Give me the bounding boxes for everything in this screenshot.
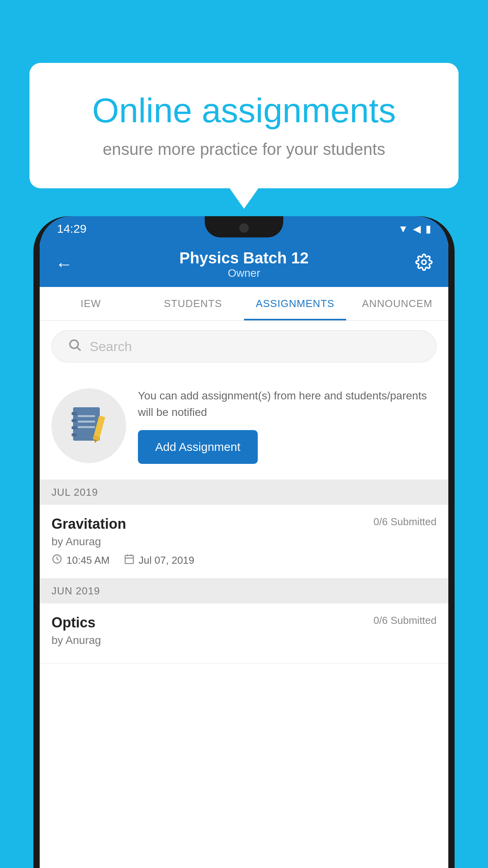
svg-point-0 xyxy=(422,260,426,265)
assignment-status-optics: 0/6 Submitted xyxy=(374,614,437,627)
clock-icon xyxy=(51,554,62,567)
assignment-time-text: 10:45 AM xyxy=(66,554,110,566)
phone-notch xyxy=(205,216,283,237)
wifi-icon: ▼ xyxy=(398,223,408,235)
svg-rect-10 xyxy=(78,426,95,428)
svg-rect-7 xyxy=(72,433,77,436)
app-screen: ← Physics Batch 12 Owner IEW xyxy=(40,241,448,868)
settings-icon[interactable] xyxy=(415,254,433,275)
assignment-item-optics[interactable]: Optics 0/6 Submitted by Anurag xyxy=(40,603,448,664)
assignment-row1-optics: Optics 0/6 Submitted xyxy=(51,614,437,631)
promo-icon-circle xyxy=(51,388,126,463)
search-placeholder: Search xyxy=(90,339,132,354)
month-divider-jun: JUN 2019 xyxy=(40,579,448,603)
assignment-date-gravitation: Jul 07, 2019 xyxy=(124,554,194,567)
search-icon xyxy=(68,338,82,355)
assignment-title-gravitation: Gravitation xyxy=(51,516,126,532)
assignment-status-gravitation: 0/6 Submitted xyxy=(374,516,437,528)
tab-assignments[interactable]: ASSIGNMENTS xyxy=(244,287,346,320)
header-center: Physics Batch 12 Owner xyxy=(179,249,308,280)
svg-rect-6 xyxy=(72,426,77,429)
bubble-title: Online assignments xyxy=(61,90,427,131)
header-title: Physics Batch 12 xyxy=(179,249,308,267)
back-button[interactable]: ← xyxy=(55,254,73,274)
tabs-bar: IEW STUDENTS ASSIGNMENTS ANNOUNCEM xyxy=(40,287,448,321)
battery-icon: ▮ xyxy=(426,223,431,235)
svg-rect-15 xyxy=(125,555,133,564)
tab-iew[interactable]: IEW xyxy=(40,287,142,320)
promo-right: You can add assignment(s) from here and … xyxy=(138,388,437,464)
month-divider-jul: JUL 2019 xyxy=(40,480,448,505)
search-container: Search xyxy=(40,321,448,372)
svg-rect-4 xyxy=(72,412,77,415)
header-subtitle: Owner xyxy=(179,267,308,280)
assignment-meta-gravitation: 10:45 AM Jul 07, 2019 xyxy=(51,554,437,567)
notebook-icon xyxy=(69,404,108,447)
app-header: ← Physics Batch 12 Owner xyxy=(40,241,448,287)
assignment-author-gravitation: by Anurag xyxy=(51,535,437,548)
svg-rect-5 xyxy=(72,419,77,422)
speech-bubble-container: Online assignments ensure more practice … xyxy=(29,63,459,188)
svg-point-1 xyxy=(70,340,78,348)
calendar-icon xyxy=(124,554,135,567)
promo-section: You can add assignment(s) from here and … xyxy=(40,372,448,480)
status-icons: ▼ ◀ ▮ xyxy=(398,223,431,235)
search-bar[interactable]: Search xyxy=(51,330,437,362)
assignment-row1: Gravitation 0/6 Submitted xyxy=(51,516,437,532)
svg-rect-8 xyxy=(78,415,95,417)
status-time: 14:29 xyxy=(57,222,86,235)
assignment-item-gravitation[interactable]: Gravitation 0/6 Submitted by Anurag 10:4… xyxy=(40,505,448,579)
assignment-time-gravitation: 10:45 AM xyxy=(51,554,110,567)
notch-camera xyxy=(239,223,249,233)
assignment-author-optics: by Anurag xyxy=(51,634,437,647)
phone-frame: 14:29 ▼ ◀ ▮ ← Physics Batch 12 Owner xyxy=(33,216,455,868)
promo-text: You can add assignment(s) from here and … xyxy=(138,388,437,421)
signal-icon: ◀ xyxy=(413,223,421,235)
bubble-subtitle: ensure more practice for your students xyxy=(61,140,427,159)
svg-rect-9 xyxy=(78,421,95,423)
svg-line-2 xyxy=(77,347,81,350)
add-assignment-button[interactable]: Add Assignment xyxy=(138,430,258,464)
tab-announcements[interactable]: ANNOUNCEM xyxy=(346,287,448,320)
phone-inner: 14:29 ▼ ◀ ▮ ← Physics Batch 12 Owner xyxy=(40,216,448,868)
speech-bubble: Online assignments ensure more practice … xyxy=(29,63,459,188)
tab-students[interactable]: STUDENTS xyxy=(142,287,244,320)
assignment-date-text: Jul 07, 2019 xyxy=(139,554,194,566)
assignment-title-optics: Optics xyxy=(51,614,95,631)
